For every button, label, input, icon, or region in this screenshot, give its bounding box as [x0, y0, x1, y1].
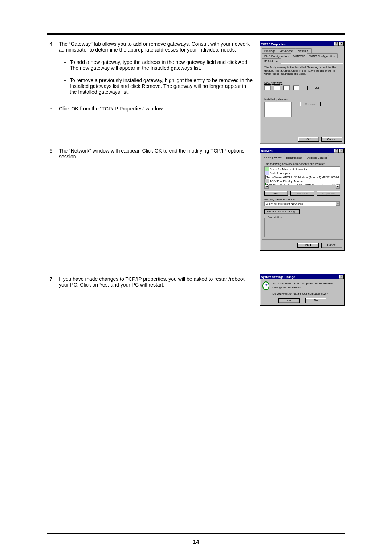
yes-button[interactable]: Yes [278, 298, 300, 303]
document-page: The “Gateway” tab allows you to add or r… [0, 0, 392, 555]
installed-gateways-label: Installed gateways: [264, 98, 338, 101]
question-icon: ? [262, 281, 269, 290]
close-icon[interactable]: × [339, 42, 344, 46]
tcpip-dialog-wrap: TCP/IP Properties ? × Bindings Advanced … [260, 41, 345, 144]
primary-logon-label: Primary Network Logon: [264, 198, 340, 201]
add-button[interactable]: Add [307, 86, 328, 90]
step-5-body: Click OK from the “TCP/IP Properties” wi… [59, 106, 164, 112]
tab-netbios[interactable]: NetBIOS [295, 48, 312, 53]
bottom-divider [47, 533, 345, 534]
configuration-panel: The following network components are ins… [262, 160, 343, 240]
primary-logon-dropdown[interactable]: Client for Microsoft Networks ▼ [264, 201, 340, 206]
tcpip-footer: OK Cancel [260, 135, 344, 144]
no-button[interactable]: No [305, 298, 326, 303]
scroll-left-icon[interactable]: ◄ [265, 185, 269, 189]
step-7: If you have made changes to TCP/IP prope… [55, 276, 254, 288]
step-4-row: The “Gateway” tab allows you to add or r… [47, 41, 345, 144]
step-4-body: The “Gateway” tab allows you to add or r… [59, 41, 250, 53]
page-number: 14 [0, 539, 392, 545]
tcpip-title: TCP/IP Properties [261, 42, 285, 46]
ssc-titlebar: System Settings Change × [260, 274, 344, 279]
tab-dns-configuration[interactable]: DNS Configuration [262, 53, 291, 58]
step-7-body: If you have made changes to TCP/IP prope… [59, 276, 245, 288]
network-titlebar: Network ? × [260, 148, 344, 153]
ssc-title: System Settings Change [261, 275, 295, 279]
tab-gateway[interactable]: Gateway [291, 53, 307, 58]
tab-configuration[interactable]: Configuration [262, 155, 284, 160]
tcpip-titlebar: TCP/IP Properties ? × [260, 41, 344, 46]
tab-identification[interactable]: Identification [284, 155, 305, 160]
chevron-down-icon[interactable]: ▼ [336, 202, 340, 206]
description-label: Description [267, 216, 283, 219]
step-6-body: The “Network” window will reappear. Clic… [59, 148, 245, 159]
step-5: Click OK from the “TCP/IP Properties” wi… [55, 106, 254, 112]
installed-gateways-group: Installed gateways: Remove [264, 96, 340, 119]
list-item: TCP/IP -> Dial-Up Adapter [270, 179, 304, 183]
step-4-bullet-remove: To remove a previously installed gateway… [70, 77, 254, 95]
network-remove-button[interactable]: Remove [290, 191, 314, 196]
step-6: The “Network” window will reappear. Clic… [55, 148, 254, 159]
network-ok-button[interactable]: OK [297, 243, 319, 248]
ok-button[interactable]: OK [298, 137, 319, 142]
network-components-list[interactable]: Client for Microsoft Networks Dial-Up Ad… [264, 166, 340, 189]
ssc-body: ? You must restart your computer before … [260, 279, 344, 298]
client-icon [265, 167, 269, 171]
list-item: Client for Microsoft Networks [270, 167, 307, 171]
close-icon[interactable]: × [339, 275, 344, 279]
file-print-sharing-button[interactable]: File and Print Sharing... [264, 209, 300, 214]
adapter-icon [265, 175, 266, 179]
gateway-panel: The first gateway in the Installed Gatew… [262, 63, 343, 134]
network-footer: OK Cancel [260, 241, 344, 250]
adapter-icon [265, 171, 269, 175]
tab-wins-configuration[interactable]: WINS Configuration [307, 53, 338, 58]
remove-button[interactable]: Remove [300, 102, 321, 106]
list-item: TurboComm ADSL USB Modem (Annex A) (RFC1… [266, 175, 340, 179]
horizontal-scrollbar[interactable]: ◄ ► [265, 185, 340, 189]
new-gateway-field-row: . . . Add [264, 85, 340, 90]
step-7-row: If you have made changes to TCP/IP prope… [47, 276, 345, 306]
tab-advanced[interactable]: Advanced [278, 48, 296, 53]
step-4-text: The “Gateway” tab allows you to add or r… [47, 41, 254, 122]
close-icon[interactable]: × [339, 149, 344, 153]
network-title: Network [261, 149, 273, 153]
top-divider [47, 33, 345, 35]
cancel-button[interactable]: Cancel [321, 137, 342, 142]
ssc-message-line2: Do you want to restart your computer now… [272, 292, 342, 296]
scroll-right-icon[interactable]: ► [336, 185, 340, 189]
step-6-row: The “Network” window will reappear. Clic… [47, 148, 345, 251]
installed-gateways-list[interactable] [264, 102, 292, 117]
step-4-bullet-add: To add a new gateway, type the address i… [70, 59, 254, 71]
ssc-message-line1: You must restart your computer before th… [272, 281, 342, 289]
new-gateway-label: New gateway: [264, 81, 340, 85]
network-add-button[interactable]: Add... [264, 191, 288, 196]
cursor-icon [310, 244, 312, 246]
network-cancel-button[interactable]: Cancel [321, 243, 342, 248]
system-settings-change-dialog: System Settings Change × ? You must rest… [260, 274, 345, 306]
protocol-icon [265, 179, 269, 183]
list-item: Dial-Up Adapter [270, 171, 290, 175]
help-icon[interactable]: ? [334, 42, 339, 46]
tab-access-control[interactable]: Access Control [305, 155, 330, 160]
help-icon[interactable]: ? [334, 149, 339, 153]
new-gateway-ip-input[interactable]: . . . [264, 85, 299, 90]
primary-logon-value: Client for Microsoft Networks [266, 202, 303, 206]
gateway-description: The first gateway in the Installed Gatew… [264, 66, 340, 76]
ssc-footer: Yes No [260, 298, 344, 305]
network-properties-button[interactable]: Properties [317, 191, 340, 196]
network-components-label: The following network components are ins… [264, 162, 340, 166]
tab-bindings[interactable]: Bindings [262, 48, 278, 53]
tcpip-properties-dialog: TCP/IP Properties ? × Bindings Advanced … [260, 41, 345, 144]
page-content: The “Gateway” tab allows you to add or r… [47, 41, 345, 306]
network-dialog: Network ? × Configuration Identification… [260, 148, 345, 251]
step-4: The “Gateway” tab allows you to add or r… [55, 41, 254, 95]
tab-ip-address[interactable]: IP Address [262, 58, 281, 64]
